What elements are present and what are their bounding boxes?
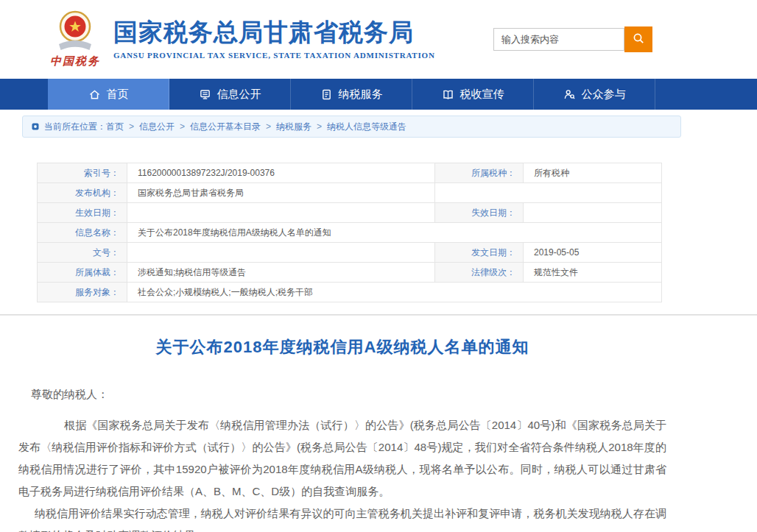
breadcrumb-item-credit-notice[interactable]: 纳税人信息等级通告 — [327, 121, 406, 133]
meta-label-genre: 所属体裁： — [38, 263, 127, 283]
site-subtitle: GANSU PROVINCIAL TAX SERVICE, STATE TAXA… — [113, 51, 435, 60]
breadcrumb-separator: > — [180, 121, 185, 132]
nav-item-label: 公众参与 — [582, 88, 626, 102]
nav-spacer — [0, 79, 48, 110]
meta-value-genre: 涉税通知;纳税信用等级通告 — [127, 263, 435, 283]
location-bullet-icon — [32, 123, 39, 130]
meta-value-info-title: 关于公布2018年度纳税信用A级纳税人名单的通知 — [127, 223, 662, 243]
meta-value-effective-date — [127, 203, 435, 223]
search-input[interactable] — [493, 28, 624, 51]
meta-label-legal-level: 法律级次： — [435, 263, 524, 283]
tax-emblem-icon — [49, 43, 102, 55]
nav-item-public-participation[interactable]: 公众参与 — [534, 79, 655, 110]
logo-caption: 中国税务 — [44, 54, 106, 68]
site-logo[interactable]: 中国税务 — [44, 10, 106, 68]
meta-label-effective-date: 生效日期： — [38, 203, 127, 223]
tax-service-icon — [320, 88, 333, 101]
meta-label-issuing-agency: 发布机构： — [38, 183, 127, 203]
nav-item-info-disclosure[interactable]: 信息公开 — [169, 79, 291, 110]
meta-label-expiry-date: 失效日期： — [435, 203, 524, 223]
search-button[interactable] — [624, 26, 652, 52]
nav-item-label: 信息公开 — [217, 88, 261, 102]
main-nav: 首页 信息公开 纳税服务 税收宣传 公众参与 — [0, 79, 757, 110]
document-meta-table: 索引号： 11620000013897232J/2019-00376 所属税种：… — [37, 163, 662, 302]
breadcrumb-item-info-catalog[interactable]: 信息公开基本目录 — [190, 121, 261, 133]
nav-item-tax-publicity[interactable]: 税收宣传 — [412, 79, 534, 110]
breadcrumb-item-tax-service[interactable]: 纳税服务 — [276, 121, 311, 133]
meta-value-tax-category: 所有税种 — [524, 163, 662, 183]
meta-value-legal-level: 规范性文件 — [524, 263, 662, 283]
meta-label-info-title: 信息名称： — [38, 223, 127, 243]
nav-item-label: 税收宣传 — [460, 88, 504, 102]
meta-value-index-number: 11620000013897232J/2019-00376 — [127, 163, 435, 183]
search-bar — [493, 26, 652, 52]
breadcrumb-item-info-disclosure[interactable]: 信息公开 — [139, 121, 175, 133]
info-disclosure-icon — [199, 88, 211, 101]
home-icon — [88, 88, 101, 101]
article: 关于公布2018年度纳税信用A级纳税人名单的通知 尊敬的纳税人： 根据《国家税务… — [18, 336, 666, 532]
breadcrumb-item-home[interactable]: 首页 — [106, 121, 124, 133]
meta-label-tax-category: 所属税种： — [435, 163, 524, 183]
nav-item-label: 纳税服务 — [339, 88, 383, 102]
meta-label-issue-date: 发文日期： — [435, 243, 524, 263]
breadcrumb: 当前所在位置： 首页 > 信息公开 > 信息公开基本目录 > 纳税服务 > 纳税… — [22, 116, 681, 138]
site-title: 国家税务总局甘肃省税务局 — [113, 19, 435, 46]
breadcrumb-separator: > — [317, 121, 322, 132]
nav-item-home[interactable]: 首页 — [48, 79, 169, 110]
breadcrumb-prefix: 当前所在位置： — [44, 121, 106, 133]
meta-value-document-number — [127, 243, 435, 263]
meta-label-service-audience: 服务对象： — [38, 283, 127, 302]
article-paragraph: 根据《国家税务总局关于发布〈纳税信用管理办法（试行）〉的公告》(税务总局公告〔2… — [18, 414, 666, 503]
nav-item-label: 首页 — [107, 88, 129, 102]
meta-value-service-audience: 社会公众;小规模纳税人;一般纳税人;税务干部 — [127, 283, 662, 302]
public-participation-icon — [563, 88, 576, 101]
breadcrumb-separator: > — [129, 121, 134, 132]
site-titles: 国家税务总局甘肃省税务局 GANSU PROVINCIAL TAX SERVIC… — [113, 19, 435, 59]
tax-publicity-icon — [442, 88, 454, 101]
breadcrumb-wrap: 当前所在位置： 首页 > 信息公开 > 信息公开基本目录 > 纳税服务 > 纳税… — [0, 110, 757, 138]
meta-label-document-number: 文号： — [38, 243, 127, 263]
site-header: 中国税务 国家税务总局甘肃省税务局 GANSU PROVINCIAL TAX S… — [0, 0, 757, 79]
search-icon — [633, 32, 645, 47]
empty-cell — [435, 183, 662, 203]
meta-value-expiry-date — [524, 203, 662, 223]
article-title: 关于公布2018年度纳税信用A级纳税人名单的通知 — [18, 336, 666, 358]
article-salutation: 尊敬的纳税人： — [18, 383, 666, 405]
article-paragraph: 纳税信用评价结果实行动态管理，纳税人对评价结果有异议的可向主管税务机关提出补评和… — [18, 503, 666, 532]
meta-value-issuing-agency: 国家税务总局甘肃省税务局 — [127, 183, 435, 203]
meta-label-index-number: 索引号： — [38, 163, 127, 183]
section-divider — [0, 314, 757, 316]
meta-value-issue-date: 2019-05-05 — [524, 243, 662, 263]
nav-item-tax-service[interactable]: 纳税服务 — [291, 79, 412, 110]
breadcrumb-separator: > — [266, 121, 271, 132]
